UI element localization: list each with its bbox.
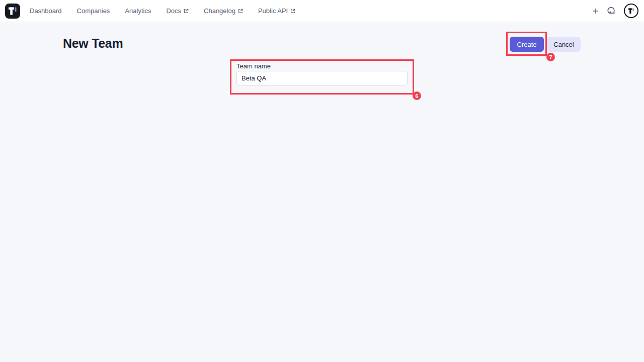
top-navigation-bar: Dashboard Companies Analytics Docs Chang… bbox=[0, 0, 644, 22]
topbar-actions bbox=[592, 4, 638, 18]
nav-label: Changelog bbox=[204, 7, 235, 15]
nav-label: Docs bbox=[166, 7, 181, 15]
nav-label: Companies bbox=[77, 7, 110, 15]
annotation-badge-7: 7 bbox=[546, 53, 555, 61]
record-glyph bbox=[607, 7, 616, 15]
avatar-tango-mark bbox=[627, 7, 635, 15]
primary-nav: Dashboard Companies Analytics Docs Chang… bbox=[30, 7, 295, 15]
app-logo[interactable] bbox=[5, 4, 20, 19]
page-title: New Team bbox=[63, 36, 123, 51]
nav-label: Dashboard bbox=[30, 7, 62, 15]
external-link-icon bbox=[238, 9, 243, 14]
cancel-button[interactable]: Cancel bbox=[547, 37, 581, 52]
nav-item-analytics[interactable]: Analytics bbox=[125, 7, 151, 15]
nav-item-public-api[interactable]: Public API bbox=[258, 7, 295, 15]
add-icon[interactable] bbox=[592, 8, 599, 15]
nav-item-companies[interactable]: Companies bbox=[77, 7, 110, 15]
nav-label: Analytics bbox=[125, 7, 151, 15]
nav-label: Public API bbox=[258, 7, 288, 15]
user-avatar[interactable] bbox=[624, 4, 638, 18]
record-icon[interactable] bbox=[607, 7, 616, 15]
plus-glyph bbox=[592, 8, 599, 15]
nav-item-changelog[interactable]: Changelog bbox=[204, 7, 243, 15]
tango-logo-icon bbox=[5, 4, 20, 19]
team-name-label: Team name bbox=[236, 62, 271, 70]
create-button[interactable]: Create bbox=[510, 37, 544, 52]
nav-item-dashboard[interactable]: Dashboard bbox=[30, 7, 62, 15]
external-link-icon bbox=[290, 9, 295, 14]
annotation-badge-6: 6 bbox=[413, 92, 421, 100]
external-link-icon bbox=[184, 9, 189, 14]
nav-item-docs[interactable]: Docs bbox=[166, 7, 189, 15]
team-name-input[interactable] bbox=[236, 71, 408, 85]
